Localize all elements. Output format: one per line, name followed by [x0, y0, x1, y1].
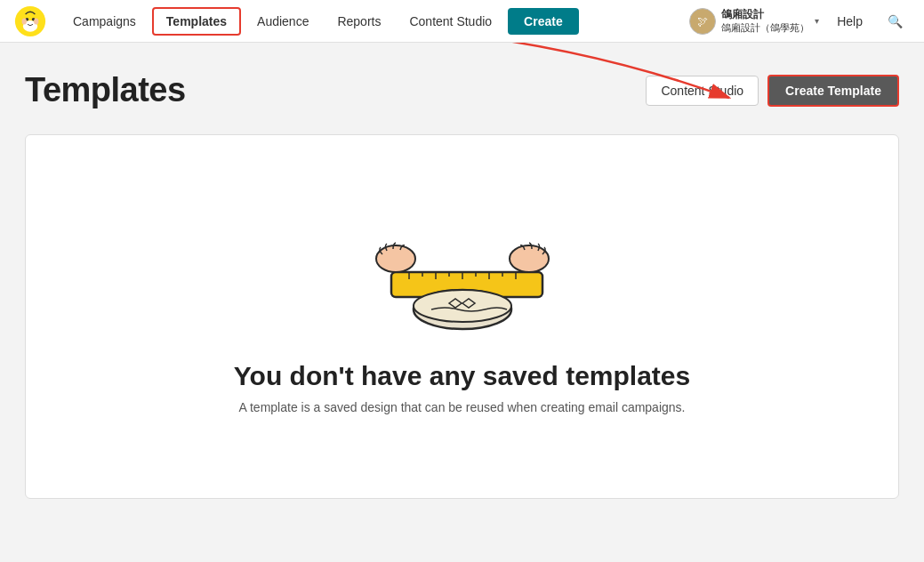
nav-account-text: 鴿廂設計 鴿廂設計（鴿學苑）	[721, 8, 809, 35]
svg-text:🕊: 🕊	[697, 15, 708, 28]
empty-state-subtitle: A template is a saved design that can be…	[239, 400, 686, 414]
nav-account-org: 鴿廂設計（鴿學苑）	[721, 21, 809, 34]
nav-content-studio[interactable]: Content Studio	[397, 9, 504, 34]
nav-account[interactable]: 🕊 鴿廂設計 鴿廂設計（鴿學苑） ▾	[689, 8, 819, 35]
svg-point-20	[510, 245, 549, 272]
nav-right: 🕊 鴿廂設計 鴿廂設計（鴿學苑） ▾ Help 🔍	[689, 8, 910, 35]
nav-create-button[interactable]: Create	[508, 8, 579, 35]
svg-point-4	[22, 18, 27, 24]
navbar: Campaigns Templates Audience Reports Con…	[0, 0, 924, 43]
nav-campaigns[interactable]: Campaigns	[60, 9, 149, 34]
page-header: Templates Content Studio Create Template	[25, 71, 899, 109]
svg-point-5	[34, 18, 38, 24]
svg-point-19	[376, 245, 415, 272]
page-content: Templates Content Studio Create Template	[0, 43, 924, 524]
svg-point-22	[414, 290, 511, 322]
page-actions: Content Studio Create Template	[646, 75, 899, 107]
content-studio-button[interactable]: Content Studio	[646, 76, 759, 106]
nav-avatar: 🕊	[689, 8, 716, 35]
create-template-button[interactable]: Create Template	[767, 75, 899, 107]
nav-reports[interactable]: Reports	[325, 9, 393, 34]
chevron-down-icon: ▾	[815, 16, 819, 26]
empty-state-card: You don't have any saved templates A tem…	[25, 134, 899, 499]
nav-help[interactable]: Help	[830, 11, 870, 32]
search-icon[interactable]: 🔍	[880, 11, 910, 32]
nav-account-name: 鴿廂設計	[721, 8, 809, 22]
page-title: Templates	[25, 71, 186, 109]
mailchimp-logo[interactable]	[14, 5, 46, 37]
empty-illustration	[365, 219, 560, 334]
nav-items: Campaigns Templates Audience Reports Con…	[60, 7, 689, 36]
nav-templates[interactable]: Templates	[152, 7, 241, 36]
nav-audience[interactable]: Audience	[245, 9, 321, 34]
empty-state-title: You don't have any saved templates	[234, 361, 690, 391]
